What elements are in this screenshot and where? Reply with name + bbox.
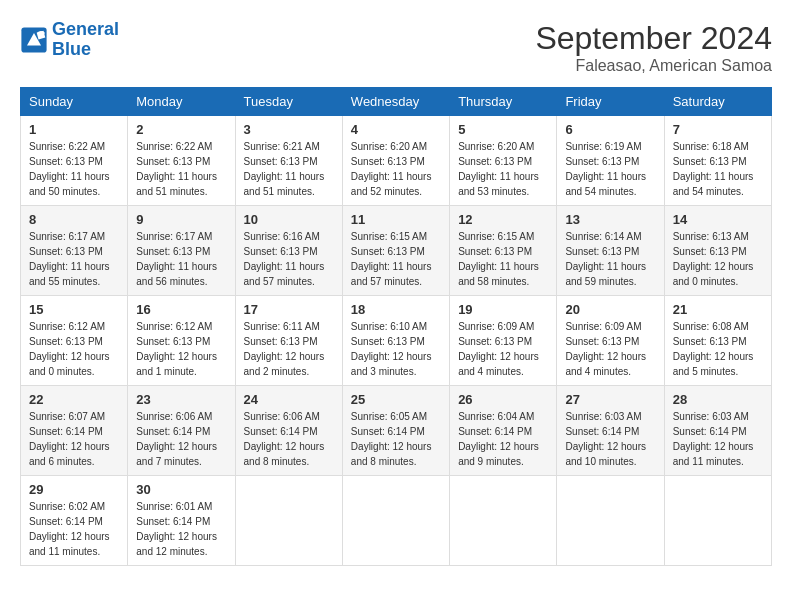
calendar-day-cell: 8Sunrise: 6:17 AMSunset: 6:13 PMDaylight… [21,206,128,296]
logo-text: General Blue [52,20,119,60]
day-number: 8 [29,212,119,227]
empty-cell [235,476,342,566]
day-number: 4 [351,122,441,137]
day-info: Sunrise: 6:11 AMSunset: 6:13 PMDaylight:… [244,319,334,379]
logo-line2: Blue [52,40,119,60]
calendar-day-cell: 29Sunrise: 6:02 AMSunset: 6:14 PMDayligh… [21,476,128,566]
day-number: 5 [458,122,548,137]
calendar-week-row: 1Sunrise: 6:22 AMSunset: 6:13 PMDaylight… [21,116,772,206]
day-number: 17 [244,302,334,317]
calendar-day-cell: 21Sunrise: 6:08 AMSunset: 6:13 PMDayligh… [664,296,771,386]
calendar-week-row: 29Sunrise: 6:02 AMSunset: 6:14 PMDayligh… [21,476,772,566]
empty-cell [664,476,771,566]
calendar-day-cell: 26Sunrise: 6:04 AMSunset: 6:14 PMDayligh… [450,386,557,476]
calendar-day-cell: 20Sunrise: 6:09 AMSunset: 6:13 PMDayligh… [557,296,664,386]
day-number: 14 [673,212,763,227]
calendar-day-cell: 15Sunrise: 6:12 AMSunset: 6:13 PMDayligh… [21,296,128,386]
calendar-day-cell: 5Sunrise: 6:20 AMSunset: 6:13 PMDaylight… [450,116,557,206]
calendar-day-cell: 13Sunrise: 6:14 AMSunset: 6:13 PMDayligh… [557,206,664,296]
calendar-day-cell: 16Sunrise: 6:12 AMSunset: 6:13 PMDayligh… [128,296,235,386]
day-info: Sunrise: 6:17 AMSunset: 6:13 PMDaylight:… [29,229,119,289]
location-title: Faleasao, American Samoa [535,57,772,75]
calendar-day-cell: 4Sunrise: 6:20 AMSunset: 6:13 PMDaylight… [342,116,449,206]
day-info: Sunrise: 6:12 AMSunset: 6:13 PMDaylight:… [136,319,226,379]
day-number: 20 [565,302,655,317]
weekday-header: Thursday [450,88,557,116]
calendar-day-cell: 10Sunrise: 6:16 AMSunset: 6:13 PMDayligh… [235,206,342,296]
day-number: 18 [351,302,441,317]
empty-cell [450,476,557,566]
weekday-header: Sunday [21,88,128,116]
day-number: 10 [244,212,334,227]
day-number: 29 [29,482,119,497]
day-info: Sunrise: 6:20 AMSunset: 6:13 PMDaylight:… [458,139,548,199]
day-info: Sunrise: 6:18 AMSunset: 6:13 PMDaylight:… [673,139,763,199]
day-number: 1 [29,122,119,137]
day-number: 16 [136,302,226,317]
day-number: 28 [673,392,763,407]
header: General Blue September 2024 Faleasao, Am… [20,20,772,75]
day-number: 7 [673,122,763,137]
calendar-day-cell: 22Sunrise: 6:07 AMSunset: 6:14 PMDayligh… [21,386,128,476]
calendar-day-cell: 28Sunrise: 6:03 AMSunset: 6:14 PMDayligh… [664,386,771,476]
calendar-day-cell: 9Sunrise: 6:17 AMSunset: 6:13 PMDaylight… [128,206,235,296]
calendar-header-row: SundayMondayTuesdayWednesdayThursdayFrid… [21,88,772,116]
day-info: Sunrise: 6:15 AMSunset: 6:13 PMDaylight:… [458,229,548,289]
day-info: Sunrise: 6:14 AMSunset: 6:13 PMDaylight:… [565,229,655,289]
day-info: Sunrise: 6:10 AMSunset: 6:13 PMDaylight:… [351,319,441,379]
logo: General Blue [20,20,119,60]
month-title: September 2024 [535,20,772,57]
day-info: Sunrise: 6:22 AMSunset: 6:13 PMDaylight:… [136,139,226,199]
day-info: Sunrise: 6:05 AMSunset: 6:14 PMDaylight:… [351,409,441,469]
calendar-day-cell: 6Sunrise: 6:19 AMSunset: 6:13 PMDaylight… [557,116,664,206]
day-info: Sunrise: 6:17 AMSunset: 6:13 PMDaylight:… [136,229,226,289]
calendar-day-cell: 7Sunrise: 6:18 AMSunset: 6:13 PMDaylight… [664,116,771,206]
calendar-day-cell: 25Sunrise: 6:05 AMSunset: 6:14 PMDayligh… [342,386,449,476]
weekday-header: Friday [557,88,664,116]
day-info: Sunrise: 6:16 AMSunset: 6:13 PMDaylight:… [244,229,334,289]
day-info: Sunrise: 6:21 AMSunset: 6:13 PMDaylight:… [244,139,334,199]
title-area: September 2024 Faleasao, American Samoa [535,20,772,75]
day-info: Sunrise: 6:12 AMSunset: 6:13 PMDaylight:… [29,319,119,379]
day-info: Sunrise: 6:04 AMSunset: 6:14 PMDaylight:… [458,409,548,469]
day-number: 3 [244,122,334,137]
day-number: 21 [673,302,763,317]
day-info: Sunrise: 6:08 AMSunset: 6:13 PMDaylight:… [673,319,763,379]
calendar-day-cell: 17Sunrise: 6:11 AMSunset: 6:13 PMDayligh… [235,296,342,386]
calendar-day-cell: 1Sunrise: 6:22 AMSunset: 6:13 PMDaylight… [21,116,128,206]
day-number: 13 [565,212,655,227]
weekday-header: Tuesday [235,88,342,116]
day-info: Sunrise: 6:15 AMSunset: 6:13 PMDaylight:… [351,229,441,289]
day-number: 26 [458,392,548,407]
day-info: Sunrise: 6:03 AMSunset: 6:14 PMDaylight:… [673,409,763,469]
calendar-day-cell: 19Sunrise: 6:09 AMSunset: 6:13 PMDayligh… [450,296,557,386]
calendar-day-cell: 24Sunrise: 6:06 AMSunset: 6:14 PMDayligh… [235,386,342,476]
day-info: Sunrise: 6:02 AMSunset: 6:14 PMDaylight:… [29,499,119,559]
calendar-day-cell: 2Sunrise: 6:22 AMSunset: 6:13 PMDaylight… [128,116,235,206]
day-number: 24 [244,392,334,407]
weekday-header: Monday [128,88,235,116]
day-info: Sunrise: 6:20 AMSunset: 6:13 PMDaylight:… [351,139,441,199]
day-number: 6 [565,122,655,137]
day-number: 9 [136,212,226,227]
weekday-header: Wednesday [342,88,449,116]
day-number: 30 [136,482,226,497]
calendar-day-cell: 3Sunrise: 6:21 AMSunset: 6:13 PMDaylight… [235,116,342,206]
calendar-day-cell: 27Sunrise: 6:03 AMSunset: 6:14 PMDayligh… [557,386,664,476]
empty-cell [557,476,664,566]
day-number: 22 [29,392,119,407]
day-info: Sunrise: 6:01 AMSunset: 6:14 PMDaylight:… [136,499,226,559]
day-info: Sunrise: 6:09 AMSunset: 6:13 PMDaylight:… [458,319,548,379]
calendar-week-row: 8Sunrise: 6:17 AMSunset: 6:13 PMDaylight… [21,206,772,296]
empty-cell [342,476,449,566]
calendar-week-row: 15Sunrise: 6:12 AMSunset: 6:13 PMDayligh… [21,296,772,386]
day-number: 12 [458,212,548,227]
day-number: 25 [351,392,441,407]
day-number: 23 [136,392,226,407]
calendar-day-cell: 18Sunrise: 6:10 AMSunset: 6:13 PMDayligh… [342,296,449,386]
day-info: Sunrise: 6:06 AMSunset: 6:14 PMDaylight:… [244,409,334,469]
logo-line1: General [52,19,119,39]
calendar-day-cell: 12Sunrise: 6:15 AMSunset: 6:13 PMDayligh… [450,206,557,296]
day-info: Sunrise: 6:09 AMSunset: 6:13 PMDaylight:… [565,319,655,379]
day-info: Sunrise: 6:03 AMSunset: 6:14 PMDaylight:… [565,409,655,469]
